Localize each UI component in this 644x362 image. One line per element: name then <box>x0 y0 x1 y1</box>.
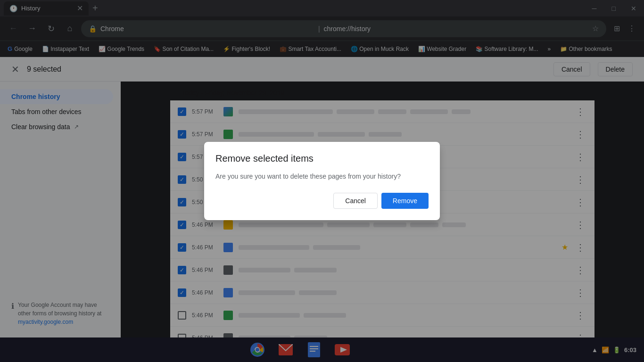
dialog-actions: Cancel Remove <box>215 193 429 209</box>
dialog-remove-button[interactable]: Remove <box>381 193 429 209</box>
dialog-cancel-button[interactable]: Cancel <box>333 193 378 209</box>
dialog-overlay: Remove selected items Are you sure you w… <box>0 0 644 362</box>
dialog-body: Are you sure you want to delete these pa… <box>215 172 429 181</box>
remove-dialog: Remove selected items Are you sure you w… <box>204 142 440 220</box>
dialog-title: Remove selected items <box>215 153 429 164</box>
